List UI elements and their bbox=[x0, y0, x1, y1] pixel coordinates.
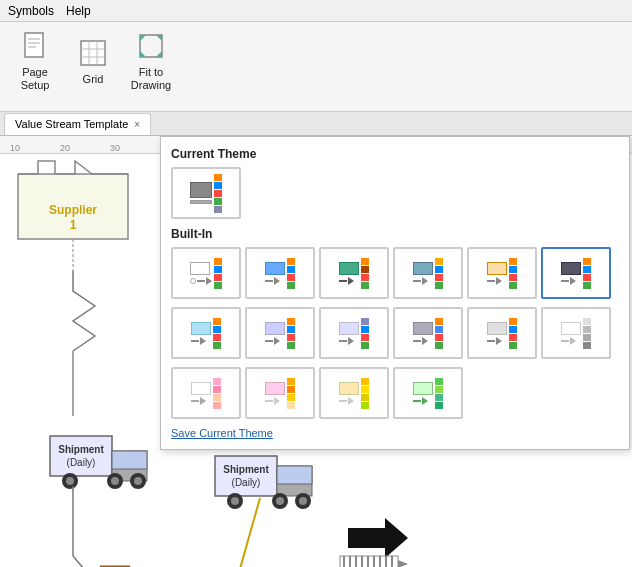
theme-item-current[interactable] bbox=[171, 167, 241, 219]
svg-rect-19 bbox=[50, 436, 112, 476]
fit-to-drawing-button[interactable]: Fit toDrawing bbox=[124, 26, 178, 96]
current-theme-grid bbox=[171, 167, 619, 219]
svg-rect-14 bbox=[18, 174, 128, 239]
svg-point-25 bbox=[66, 477, 74, 485]
svg-point-26 bbox=[107, 473, 123, 489]
svg-point-40 bbox=[299, 497, 307, 505]
menu-symbols[interactable]: Symbols bbox=[8, 4, 54, 18]
svg-text:Shipment: Shipment bbox=[58, 444, 104, 455]
grid-icon bbox=[77, 37, 109, 69]
svg-point-37 bbox=[272, 493, 288, 509]
svg-point-27 bbox=[111, 477, 119, 485]
builtin-themes-row3 bbox=[171, 367, 619, 419]
theme-mini-current bbox=[175, 171, 237, 215]
svg-text:Shipment: Shipment bbox=[223, 464, 269, 475]
ribbon: PageSetup Grid bbox=[0, 22, 632, 112]
svg-rect-9 bbox=[140, 35, 162, 57]
theme-item-12[interactable] bbox=[171, 367, 241, 419]
svg-point-36 bbox=[231, 497, 239, 505]
svg-point-39 bbox=[295, 493, 311, 509]
svg-marker-13 bbox=[156, 51, 162, 57]
svg-point-35 bbox=[227, 493, 243, 509]
theme-item-15[interactable] bbox=[393, 367, 463, 419]
svg-line-64 bbox=[238, 498, 260, 567]
theme-item-5[interactable] bbox=[541, 247, 611, 299]
svg-point-38 bbox=[276, 497, 284, 505]
svg-rect-4 bbox=[81, 41, 105, 65]
theme-item-2[interactable] bbox=[319, 247, 389, 299]
svg-rect-23 bbox=[112, 451, 147, 469]
theme-item-3[interactable] bbox=[393, 247, 463, 299]
theme-item-1[interactable] bbox=[245, 247, 315, 299]
tab-close-button[interactable]: × bbox=[134, 119, 140, 130]
theme-item-11[interactable] bbox=[541, 307, 611, 359]
tab-label: Value Stream Template bbox=[15, 118, 128, 130]
svg-point-24 bbox=[62, 473, 78, 489]
svg-marker-12 bbox=[140, 51, 146, 57]
svg-rect-34 bbox=[277, 466, 312, 484]
svg-marker-62 bbox=[398, 560, 408, 567]
svg-text:1: 1 bbox=[70, 218, 77, 232]
grid-label: Grid bbox=[83, 73, 104, 85]
grid-button[interactable]: Grid bbox=[66, 26, 120, 96]
svg-rect-30 bbox=[215, 456, 277, 496]
tab-value-stream[interactable]: Value Stream Template × bbox=[4, 113, 151, 135]
fit-to-drawing-label: Fit toDrawing bbox=[131, 66, 171, 92]
theme-item-13[interactable] bbox=[245, 367, 315, 419]
builtin-theme-title: Built-In bbox=[171, 227, 619, 241]
theme-item-6[interactable] bbox=[171, 307, 241, 359]
page-setup-button[interactable]: PageSetup bbox=[8, 26, 62, 96]
supplier-factory[interactable]: Supplier 1 bbox=[18, 161, 128, 239]
theme-picker-popup: Current Theme bbox=[160, 136, 630, 450]
svg-point-29 bbox=[134, 477, 142, 485]
menu-bar: Symbols Help bbox=[0, 0, 632, 22]
page-setup-label: PageSetup bbox=[21, 66, 50, 92]
push-arrow bbox=[340, 556, 408, 567]
theme-item-10[interactable] bbox=[467, 307, 537, 359]
theme-item-7[interactable] bbox=[245, 307, 315, 359]
truck-1[interactable]: Shipment (Daily) bbox=[50, 436, 147, 489]
svg-point-28 bbox=[130, 473, 146, 489]
svg-rect-52 bbox=[340, 556, 398, 567]
svg-rect-0 bbox=[25, 33, 43, 57]
svg-rect-33 bbox=[277, 466, 312, 496]
theme-item-4[interactable] bbox=[467, 247, 537, 299]
svg-rect-22 bbox=[112, 451, 147, 481]
theme-item-8[interactable] bbox=[319, 307, 389, 359]
svg-text:(Daily): (Daily) bbox=[67, 457, 96, 468]
builtin-themes-row2 bbox=[171, 307, 619, 359]
svg-marker-11 bbox=[156, 35, 162, 41]
menu-help[interactable]: Help bbox=[66, 4, 91, 18]
ribbon-group-view: PageSetup Grid bbox=[8, 26, 178, 96]
truck-2[interactable]: Shipment (Daily) bbox=[215, 456, 312, 509]
fit-icon bbox=[135, 30, 167, 62]
page-icon bbox=[19, 30, 51, 62]
tab-bar: Value Stream Template × bbox=[0, 112, 632, 136]
save-theme-button[interactable]: Save Current Theme bbox=[171, 427, 619, 439]
builtin-themes-row1 bbox=[171, 247, 619, 299]
svg-text:Supplier: Supplier bbox=[49, 203, 97, 217]
canvas-area: 10 20 30 40 Current Theme bbox=[0, 136, 632, 567]
svg-text:(Daily): (Daily) bbox=[232, 477, 261, 488]
theme-item-14[interactable] bbox=[319, 367, 389, 419]
theme-item-9[interactable] bbox=[393, 307, 463, 359]
theme-item-0[interactable] bbox=[171, 247, 241, 299]
svg-marker-51 bbox=[348, 518, 408, 558]
svg-marker-10 bbox=[140, 35, 146, 41]
current-theme-title: Current Theme bbox=[171, 147, 619, 161]
